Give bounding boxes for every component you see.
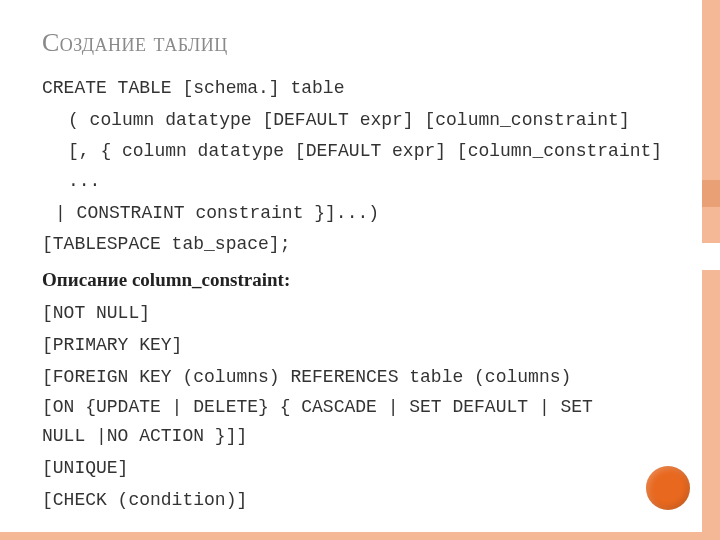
code-line: [PRIMARY KEY]: [42, 331, 672, 361]
code-line: [FOREIGN KEY (columns) REFERENCES table …: [42, 363, 602, 452]
code-line: [NOT NULL]: [42, 299, 672, 329]
code-line: ( column datatype [DEFAULT expr] [column…: [42, 106, 672, 136]
code-line: [TABLESPACE tab_space];: [42, 230, 672, 260]
slide-content: Создание таблиц CREATE TABLE [schema.] t…: [0, 0, 720, 537]
decorative-circle: [646, 466, 690, 510]
code-line: [CHECK (condition)]: [42, 486, 672, 516]
code-line: | CONSTRAINT constraint }]...): [42, 199, 672, 229]
code-line: [UNIQUE]: [42, 454, 672, 484]
slide-title: Создание таблиц: [42, 28, 672, 58]
code-line: [, { column datatype [DEFAULT expr] [col…: [42, 137, 672, 196]
code-line: CREATE TABLE [schema.] table: [42, 74, 672, 104]
decorative-border-bottom: [0, 532, 702, 540]
subheading: Описание column_constraint:: [42, 264, 672, 295]
decorative-border-right: [702, 0, 720, 540]
code-block: CREATE TABLE [schema.] table ( column da…: [42, 74, 672, 515]
